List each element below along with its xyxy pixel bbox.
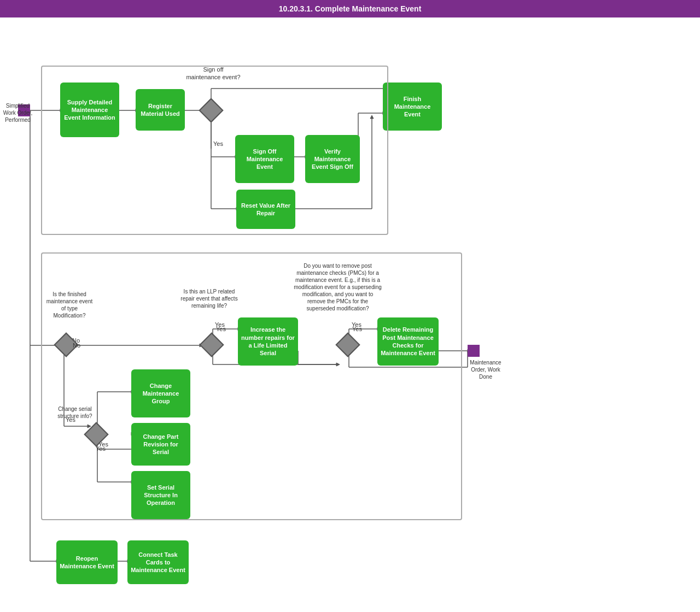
- pmc-question-label: Do you want to remove post maintenance c…: [293, 262, 383, 312]
- connect-task-cards-box[interactable]: Connect Task Cards to Maintenance Event: [127, 540, 189, 584]
- diagram-canvas: Yes No Yes Yes: [0, 17, 700, 612]
- modification-question-label: Is the finished maintenance event of typ…: [45, 291, 94, 319]
- page-header: 10.20.3.1. Complete Maintenance Event: [0, 0, 700, 17]
- increase-repairs-box[interactable]: Increase the number repairs for a Life L…: [238, 317, 298, 366]
- yes-label-llp: Yes: [216, 325, 226, 333]
- change-part-revision-box[interactable]: Change Part Revision for Serial: [131, 423, 190, 466]
- top-section-border: [41, 66, 388, 235]
- delete-remaining-box[interactable]: Delete Remaining Post Maintenance Checks…: [377, 317, 439, 366]
- yes-label-pmc: Yes: [352, 325, 362, 333]
- change-serial-question-label: Change serial structure info?: [53, 405, 97, 420]
- end-node: [468, 345, 480, 357]
- header-title: 10.20.3.1. Complete Maintenance Event: [279, 4, 422, 13]
- change-maintenance-group-box[interactable]: Change Maintenance Group: [131, 369, 190, 417]
- finish-maintenance-box[interactable]: Finish Maintenance Event: [383, 83, 442, 131]
- llp-question-label: Is this an LLP related repair event that…: [180, 288, 238, 309]
- set-serial-structure-box[interactable]: Set Serial Structure In Operation: [131, 471, 190, 519]
- yes-label-change-serial: Yes: [96, 445, 106, 452]
- no-label-modification: No: [73, 342, 80, 349]
- start-label: Simplified Work Order, Performed: [3, 102, 33, 123]
- reopen-maintenance-box[interactable]: Reopen Maintenance Event: [56, 540, 118, 584]
- bottom-section-border: [41, 252, 462, 520]
- end-label: Maintenance Order, Work Done: [464, 359, 508, 380]
